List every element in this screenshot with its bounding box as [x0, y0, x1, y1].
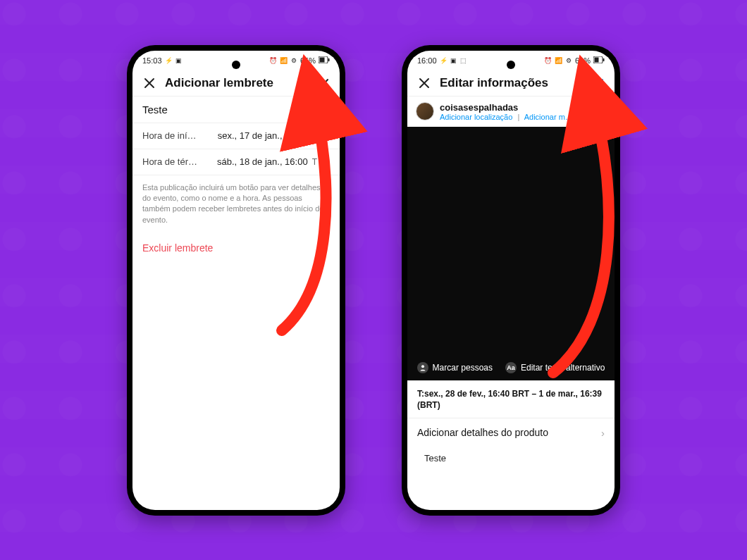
start-time-zone: T [312, 131, 317, 141]
battery-icon [593, 56, 605, 65]
close-button[interactable] [416, 75, 433, 92]
status-left-icons: ⚡ ▣ [165, 57, 183, 64]
status-time: 15:03 [142, 56, 162, 65]
event-name-field[interactable]: Teste [142, 104, 330, 116]
status-time: 16:00 [417, 56, 437, 65]
phone-camera-hole [507, 61, 515, 69]
status-right-icons: ⏰ 📶 ⚙ [269, 57, 297, 64]
battery-text: 60% [575, 56, 591, 65]
caption-value: Teste [424, 453, 446, 463]
phone-right-screen: 16:00 ⚡ ▣ ⬚ ⏰ 📶 ⚙ 60% Editar informações [407, 51, 615, 510]
add-location-link[interactable]: Adicionar localização [440, 113, 512, 121]
start-time-value: sex., 17 de jan., 16:00 [197, 130, 312, 141]
datetime-card: T:sex., 28 de fev., 16:40 BRT – 1 de mar… [407, 380, 615, 418]
start-time-row[interactable]: Hora de iní… sex., 17 de jan., 16:00 T ✕ [132, 123, 340, 149]
aa-icon: Aa [505, 362, 517, 373]
battery-icon [319, 56, 330, 65]
confirm-button[interactable] [314, 75, 331, 92]
svg-rect-2 [328, 58, 330, 61]
alt-text-label: Editar texto alternativo [521, 363, 605, 373]
status-left-icons: ⚡ ▣ ⬚ [440, 57, 467, 64]
battery-text: 65% [300, 56, 316, 65]
separator: | [517, 113, 519, 121]
phone-right: 16:00 ⚡ ▣ ⬚ ⏰ 📶 ⚙ 60% Editar informações [402, 45, 620, 516]
page-title: Adicionar lembrete [165, 76, 307, 90]
start-time-label: Hora de iní… [142, 130, 197, 141]
content-left: Teste Hora de iní… sex., 17 de jan., 16:… [132, 97, 340, 510]
profile-row: coisasespalhadas Adicionar localização |… [407, 97, 615, 127]
status-right-icons: ⏰ 📶 ⚙ [544, 57, 572, 64]
end-time-zone: T [312, 157, 317, 167]
clear-start-icon[interactable]: ✕ [321, 130, 330, 142]
alt-text-button[interactable]: Aa Editar texto alternativo [505, 362, 605, 373]
avatar [416, 102, 434, 120]
page-title: Editar informações [440, 76, 582, 90]
close-button[interactable] [141, 75, 158, 92]
svg-rect-1 [320, 57, 325, 62]
app-bar-left: Adicionar lembrete [132, 70, 340, 97]
description-text: Esta publicação incluirá um botão para v… [132, 175, 340, 233]
tag-people-label: Marcar pessoas [433, 363, 493, 373]
phone-left: 15:03 ⚡ ▣ ⏰ 📶 ⚙ 65% Adicionar lembrete [127, 45, 345, 516]
svg-rect-4 [595, 57, 599, 62]
end-time-value: sáb., 18 de jan., 16:00 [197, 156, 312, 167]
chevron-right-icon: › [601, 427, 605, 439]
svg-rect-5 [603, 58, 605, 61]
product-details-label: Adicionar detalhes do produto [417, 427, 548, 438]
phone-left-screen: 15:03 ⚡ ▣ ⏰ 📶 ⚙ 65% Adicionar lembrete [132, 51, 340, 510]
post-image-preview[interactable]: Marcar pessoas Aa Editar texto alternati… [407, 127, 615, 380]
confirm-button[interactable] [589, 75, 606, 92]
add-more-link[interactable]: Adicionar m… [524, 113, 573, 121]
end-time-label: Hora de tér… [142, 156, 197, 167]
phone-camera-hole [232, 61, 240, 69]
svg-point-6 [421, 365, 424, 368]
caption-row[interactable]: Teste [407, 447, 615, 473]
datetime-text: T:sex., 28 de fev., 16:40 BRT – 1 de mar… [417, 388, 605, 411]
delete-reminder-link[interactable]: Excluir lembrete [132, 232, 340, 263]
person-icon [417, 362, 428, 373]
product-details-row[interactable]: Adicionar detalhes do produto › [407, 418, 615, 447]
username: coisasespalhadas [440, 102, 573, 113]
phones-container: 15:03 ⚡ ▣ ⏰ 📶 ⚙ 65% Adicionar lembrete [0, 0, 747, 560]
tag-people-button[interactable]: Marcar pessoas [417, 362, 493, 373]
app-bar-right: Editar informações [407, 70, 615, 97]
content-right: coisasespalhadas Adicionar localização |… [407, 97, 615, 510]
end-time-row[interactable]: Hora de tér… sáb., 18 de jan., 16:00 T ✕ [132, 149, 340, 175]
clear-end-icon[interactable]: ✕ [321, 156, 330, 168]
